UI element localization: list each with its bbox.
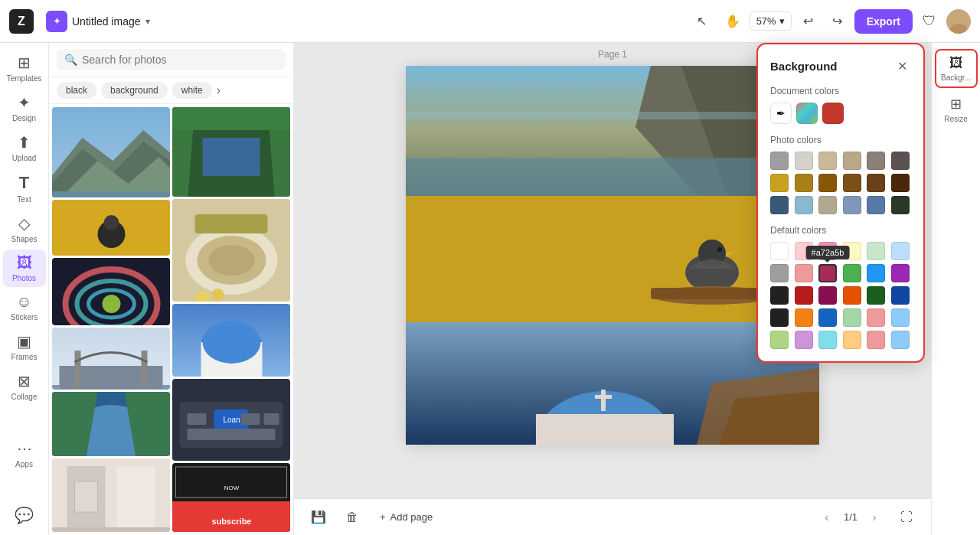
filter-tag-background[interactable]: background — [101, 82, 168, 99]
cursor-tool-btn[interactable]: ↖ — [688, 8, 716, 35]
default-color-blue2[interactable] — [818, 308, 837, 327]
photo-color-17[interactable] — [891, 196, 910, 214]
sidebar-item-stickers[interactable]: ☺ Stickers — [3, 289, 46, 326]
photo-color-5[interactable] — [891, 152, 910, 170]
photo-color-9[interactable] — [843, 174, 861, 192]
list-item[interactable] — [172, 199, 290, 302]
photo-color-2[interactable] — [818, 152, 837, 170]
default-color-yellow[interactable] — [843, 242, 861, 260]
fullscreen-btn[interactable]: ⛶ — [894, 505, 919, 530]
default-color-maroon[interactable] — [818, 286, 837, 305]
list-item[interactable]: subscribe NOW — [172, 463, 290, 532]
sidebar-item-text[interactable]: T Text — [3, 168, 46, 208]
list-item[interactable] — [52, 458, 170, 532]
next-page-btn[interactable]: › — [864, 507, 885, 528]
zoom-control[interactable]: 57% ▾ — [750, 11, 792, 31]
undo-btn[interactable]: ↩ — [795, 8, 822, 35]
sidebar-item-bottom[interactable]: 💬 — [3, 501, 46, 529]
sidebar-item-photos[interactable]: 🖼 Photos — [3, 250, 46, 287]
list-item[interactable]: Loan — [172, 379, 290, 462]
default-color-salmon[interactable] — [867, 331, 885, 349]
default-color-cyan[interactable] — [818, 331, 837, 349]
default-color-orange-dark[interactable] — [843, 286, 861, 305]
search-bar: 🔍 — [49, 43, 293, 77]
photo-color-0[interactable] — [770, 152, 789, 170]
app-logo[interactable]: Z — [9, 9, 34, 34]
list-item[interactable] — [172, 107, 290, 197]
default-color-blue-light[interactable] — [891, 242, 910, 260]
list-item[interactable] — [172, 304, 290, 376]
shield-icon-btn[interactable]: 🛡 — [916, 8, 943, 35]
sidebar-item-upload[interactable]: ⬆ Upload — [3, 129, 46, 167]
sidebar-item-apps[interactable]: ⋯ Apps — [3, 435, 46, 473]
default-color-purple[interactable] — [891, 264, 910, 282]
filter-more-icon[interactable]: › — [217, 83, 220, 97]
photo-color-10[interactable] — [867, 174, 885, 192]
background-panel: Background ✕ Document colors ✒ Photo col… — [756, 43, 925, 363]
export-button[interactable]: Export — [854, 9, 913, 34]
right-tool-resize[interactable]: ⊞ Resize — [935, 91, 978, 128]
default-color-blue[interactable] — [867, 264, 885, 282]
photo-color-11[interactable] — [891, 174, 910, 192]
bg-panel-close-btn[interactable]: ✕ — [893, 57, 911, 75]
default-color-orange[interactable] — [843, 331, 861, 349]
photo-color-7[interactable] — [795, 174, 813, 192]
default-color-gold[interactable] — [795, 308, 813, 327]
default-color-red-dark[interactable] — [795, 286, 813, 305]
photo-color-15[interactable] — [843, 196, 861, 214]
default-color-pink-light[interactable] — [795, 242, 813, 260]
sidebar-item-shapes[interactable]: ◇ Shapes — [3, 210, 46, 248]
default-color-red2[interactable] — [867, 308, 885, 327]
list-item[interactable] — [52, 392, 170, 456]
user-avatar[interactable] — [946, 9, 971, 34]
default-color-black[interactable] — [770, 286, 789, 305]
filter-tag-white[interactable]: white — [172, 82, 212, 99]
gradient-swatch[interactable] — [796, 103, 818, 124]
delete-icon-btn[interactable]: 🗑 — [340, 505, 364, 530]
right-tool-background[interactable]: 🖼 Backgr... — [935, 49, 978, 88]
default-color-green-light[interactable] — [867, 242, 885, 260]
search-input-wrap[interactable]: 🔍 — [57, 49, 286, 70]
add-page-button[interactable]: + Add page — [374, 508, 439, 526]
default-color-selected[interactable]: #a72a5b — [818, 264, 837, 282]
list-item[interactable] — [52, 258, 170, 325]
photo-color-6[interactable] — [770, 174, 789, 192]
sidebar-item-frames[interactable]: ▣ Frames — [3, 328, 46, 366]
list-item[interactable] — [52, 328, 170, 390]
photo-color-13[interactable] — [795, 196, 813, 214]
default-color-green[interactable] — [843, 264, 861, 282]
photo-color-16[interactable] — [867, 196, 885, 214]
default-color-gray[interactable] — [770, 264, 789, 282]
list-item[interactable] — [52, 200, 170, 256]
sidebar-item-design[interactable]: ✦ Design — [3, 89, 46, 127]
photo-color-14[interactable] — [818, 196, 837, 214]
default-color-blue3[interactable] — [891, 308, 910, 327]
photo-color-12[interactable] — [770, 196, 789, 214]
list-item[interactable] — [52, 107, 170, 197]
photo-color-4[interactable] — [867, 152, 885, 170]
photo-color-8[interactable] — [818, 174, 837, 192]
sidebar-item-collage[interactable]: ⊠ Collage — [3, 367, 46, 406]
doc-color-swatch-red[interactable] — [822, 103, 844, 124]
sidebar-item-templates[interactable]: ⊞ Templates — [3, 49, 46, 87]
redo-btn[interactable]: ↪ — [824, 8, 851, 35]
default-color-blue-dark[interactable] — [891, 286, 910, 305]
default-color-lime[interactable] — [770, 331, 789, 349]
default-color-black2[interactable] — [770, 308, 789, 327]
prev-page-btn[interactable]: ‹ — [816, 507, 838, 528]
search-input[interactable] — [82, 54, 278, 66]
filter-tag-black[interactable]: black — [57, 82, 96, 99]
hand-tool-btn[interactable]: ✋ — [719, 8, 746, 35]
default-color-green-dark[interactable] — [867, 286, 885, 305]
photo-color-3[interactable] — [843, 152, 861, 170]
title-chevron-icon[interactable]: ▾ — [145, 16, 150, 27]
default-color-pink2[interactable] — [795, 331, 813, 349]
eyedropper-btn[interactable]: ✒ — [770, 103, 792, 124]
default-color-sky[interactable] — [891, 331, 910, 349]
default-color-pink[interactable] — [818, 242, 837, 260]
save-icon-btn[interactable]: 💾 — [306, 505, 331, 530]
default-color-red-light[interactable] — [795, 264, 813, 282]
photo-color-1[interactable] — [795, 152, 813, 170]
default-color-green2[interactable] — [843, 308, 861, 327]
default-color-white[interactable] — [770, 242, 789, 260]
